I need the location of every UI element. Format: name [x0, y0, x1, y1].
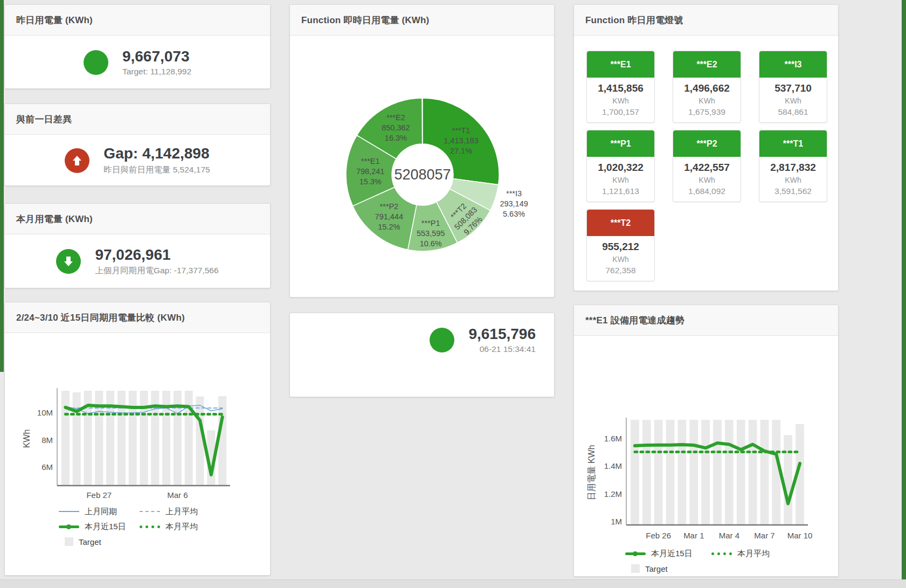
- legend-label: 上月平均: [165, 507, 198, 517]
- target-bar: [737, 420, 745, 524]
- lamp-label: ***I3: [784, 60, 801, 70]
- trend-chart-legend: 本月近15日 本月平均 Target: [625, 547, 838, 576]
- lamp-item-i3[interactable]: ***I3 537,710KWh584,861: [759, 51, 827, 123]
- target-bar: [713, 420, 722, 524]
- lamp-value: 955,212: [589, 241, 652, 253]
- dashboard: 昨日用電量 (KWh) 9,667,073 Target: 11,128,992…: [0, 0, 906, 588]
- panel-title: 本月用電量 (KWh): [5, 204, 270, 234]
- svg-text:293,149: 293,149: [500, 199, 528, 208]
- svg-text:15.2%: 15.2%: [378, 223, 400, 231]
- lamp-value: 1,422,557: [675, 162, 738, 174]
- target-bar: [631, 420, 639, 524]
- lamp-item-e2[interactable]: ***E2 1,496,662KWh1,675,939: [673, 51, 741, 123]
- arrow-down-icon: [56, 249, 81, 274]
- lamp-target: 1,675,939: [675, 107, 738, 117]
- legend-item-target[interactable]: Target: [625, 562, 711, 576]
- blue-dash-swatch-icon: [140, 511, 160, 512]
- status-circle-icon: [84, 50, 108, 75]
- arrow-up-icon: [65, 148, 89, 173]
- lamp-unit: KWh: [675, 96, 738, 105]
- target-bar: [162, 391, 170, 485]
- svg-text:10.6%: 10.6%: [420, 239, 442, 248]
- panel-e1-trend: ***E1 設備用電達成趨勢 1M1.2M1.4M1.6MFeb 26Mar 1…: [573, 305, 839, 577]
- lamp-target: 1,121,613: [589, 186, 652, 196]
- legend-item-target[interactable]: Target: [59, 535, 140, 549]
- lamp-item-e1[interactable]: ***E1 1,415,856KWh1,700,157: [586, 51, 655, 123]
- panel-month-usage: 本月用電量 (KWh) 97,026,961 上個月同期用電Gap: -17,3…: [4, 203, 271, 288]
- target-bar: [654, 420, 663, 524]
- lamp-label: ***P2: [696, 139, 717, 149]
- kpi-subtext: 昨日與前日用電量 5,524,175: [103, 164, 210, 176]
- panel-title: Function 即時日用電量 (KWh): [290, 5, 554, 36]
- blue-line-swatch-icon: [59, 511, 79, 512]
- svg-text:791,444: 791,444: [375, 212, 403, 221]
- target-bar: [749, 420, 757, 524]
- y-tick-label: 1.4M: [604, 461, 622, 471]
- y-axis-label: KWh: [22, 430, 31, 448]
- panel-title: ***E1 設備用電達成趨勢: [574, 305, 838, 336]
- green-line-swatch-icon: [59, 525, 79, 528]
- kpi-subtext: 上個月同期用電Gap: -17,377,566: [95, 265, 218, 276]
- target-bar: [61, 391, 70, 485]
- legend-item-this-month-avg[interactable]: 本月平均: [140, 520, 226, 534]
- target-bar: [689, 420, 698, 524]
- lamp-target: 762,358: [589, 266, 652, 275]
- x-tick-label: Feb 27: [86, 490, 112, 500]
- panel-day-gap: 與前一日差異 Gap: 4,142,898 昨日與前日用電量 5,524,175: [4, 103, 271, 186]
- x-tick-label: Mar 1: [683, 531, 704, 540]
- legend-item-prev-month-period[interactable]: 上月同期: [59, 504, 140, 518]
- svg-text:***E2: ***E2: [386, 113, 405, 122]
- green-dot-swatch-icon: [711, 552, 732, 555]
- y-tick-label: 1.6M: [604, 434, 622, 443]
- trend-chart: 1M1.2M1.4M1.6MFeb 26Mar 1Mar 4Mar 7Mar 1…: [577, 417, 836, 543]
- legend-item-this-month-avg[interactable]: 本月平均: [711, 547, 798, 561]
- lamp-value: 537,710: [762, 82, 825, 94]
- kpi-value: 9,667,073: [122, 48, 191, 65]
- lamp-value: 1,496,662: [675, 82, 738, 94]
- lamp-value: 1,020,322: [589, 162, 652, 174]
- panel-title: 與前一日差異: [5, 104, 270, 135]
- y-tick-label: 8M: [42, 435, 53, 445]
- lamp-item-p1[interactable]: ***P1 1,020,322KWh1,121,613: [586, 130, 655, 202]
- y-tick-label: 1.2M: [604, 489, 622, 499]
- panel-title: Function 昨日用電燈號: [574, 5, 838, 36]
- right-edge-strip: [902, 0, 906, 588]
- legend-item-this-month-15d[interactable]: 本月近15日: [59, 520, 140, 534]
- legend-label: 本月平均: [165, 522, 198, 532]
- svg-text:***T1: ***T1: [452, 126, 471, 135]
- legend-label: 上月同期: [85, 507, 117, 517]
- kpi-gap: Gap: 4,142,898 昨日與前日用電量 5,524,175: [5, 135, 270, 186]
- panel-yesterday-usage: 昨日用電量 (KWh) 9,667,073 Target: 11,128,992: [4, 4, 271, 89]
- svg-text:***E1: ***E1: [361, 157, 380, 165]
- target-bar: [678, 420, 687, 524]
- lamp-item-t1[interactable]: ***T1 2,817,832KWh3,591,562: [759, 130, 827, 202]
- donut-chart: ***T11,413,18327.1%***I3293,1495.63%***T…: [290, 36, 555, 292]
- kpi-timestamp: 06-21 15:34:41: [468, 344, 536, 354]
- target-bar: [642, 420, 651, 524]
- target-bar: [725, 420, 734, 524]
- x-tick-label: Mar 10: [787, 531, 813, 540]
- target-bar: [784, 435, 792, 524]
- kpi-yesterday: 9,667,073 Target: 11,128,992: [5, 36, 270, 89]
- legend-label: 本月平均: [737, 549, 770, 559]
- lamp-unit: KWh: [762, 176, 825, 184]
- legend-label: 本月近15日: [85, 522, 126, 532]
- lamp-unit: KWh: [589, 176, 652, 184]
- bottom-scroll-band[interactable]: [0, 579, 906, 588]
- target-bar: [117, 391, 126, 485]
- compare-chart-legend: 上月同期 上月平均 本月近15日 本月平均 Target: [59, 504, 270, 549]
- x-tick-label: Feb 26: [646, 531, 671, 540]
- kpi-value: 9,615,796: [468, 326, 536, 343]
- lamp-item-p2[interactable]: ***P2 1,422,557KWh1,684,092: [673, 130, 741, 202]
- y-tick-label: 6M: [42, 462, 53, 472]
- lamp-label: ***E1: [610, 60, 631, 70]
- legend-item-prev-month-avg[interactable]: 上月平均: [140, 504, 226, 518]
- target-bar: [185, 391, 193, 485]
- svg-text:***P2: ***P2: [379, 202, 398, 211]
- svg-text:798,241: 798,241: [356, 167, 384, 176]
- legend-item-this-month-15d[interactable]: 本月近15日: [625, 547, 711, 561]
- svg-text:16.3%: 16.3%: [385, 134, 407, 142]
- svg-text:1,413,183: 1,413,183: [444, 136, 479, 145]
- lamp-item-t2[interactable]: ***T2 955,212KWh762,358: [586, 209, 655, 281]
- y-axis-label: 日用電量 KWh: [587, 445, 596, 500]
